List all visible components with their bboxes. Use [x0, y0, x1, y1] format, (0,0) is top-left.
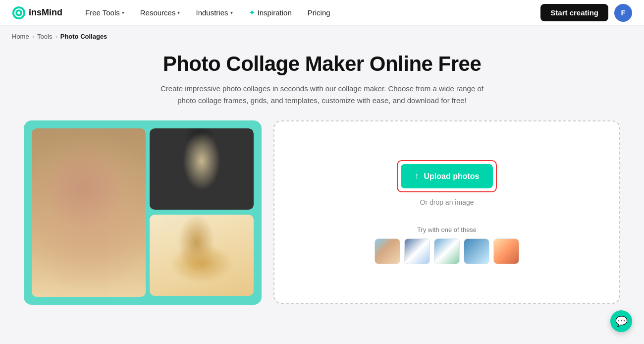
navbar-nav: Free Tools ▾ Resources ▾ Industries ▾ ✦ … [78, 5, 540, 20]
chevron-down-icon: ▾ [230, 10, 233, 15]
upload-section: ↑ Upload photos Or drop an image Try wit… [273, 120, 620, 304]
breadcrumb-sep-2: › [55, 33, 57, 40]
breadcrumb-home[interactable]: Home [12, 33, 29, 40]
bottle1-placeholder [150, 128, 254, 210]
chevron-down-icon: ▾ [177, 10, 180, 15]
breadcrumb-sep-1: › [32, 33, 34, 40]
preview-image-3 [150, 215, 254, 297]
nav-inspiration[interactable]: ✦ Inspiration [242, 5, 299, 20]
sample-thumb-4[interactable] [464, 238, 489, 264]
chevron-down-icon: ▾ [122, 10, 124, 15]
page-title: Photo Collage Maker Online Free [24, 52, 620, 76]
brand-logo[interactable]: insMind [12, 6, 62, 20]
nav-pricing[interactable]: Pricing [301, 5, 337, 20]
user-avatar[interactable]: F [614, 4, 632, 22]
sample-thumb-2[interactable] [404, 238, 430, 264]
start-creating-button[interactable]: Start creating [540, 4, 608, 21]
collage-preview [24, 120, 262, 305]
upload-button[interactable]: ↑ Upload photos [401, 164, 493, 188]
sample-thumb-3[interactable] [434, 238, 460, 264]
preview-image-2 [150, 128, 254, 211]
try-samples-label: Try with one of these [417, 226, 477, 233]
page-subtitle: Create impressive photo collages in seco… [154, 83, 490, 107]
sample-thumb-5[interactable] [493, 238, 519, 264]
navbar-right: Start creating F [540, 4, 632, 22]
bottle2-placeholder [150, 215, 254, 296]
collage-section: ↑ Upload photos Or drop an image Try wit… [24, 120, 620, 305]
nav-resources[interactable]: Resources ▾ [133, 5, 187, 20]
face-placeholder [32, 128, 146, 297]
breadcrumb-current: Photo Collages [60, 33, 107, 40]
breadcrumb-tools[interactable]: Tools [37, 33, 52, 40]
svg-point-2 [17, 11, 20, 14]
drop-text: Or drop an image [420, 198, 474, 206]
breadcrumb: Home › Tools › Photo Collages [0, 26, 644, 40]
navbar: insMind Free Tools ▾ Resources ▾ Industr… [0, 0, 644, 26]
sample-thumb-1[interactable] [375, 238, 400, 264]
nav-free-tools[interactable]: Free Tools ▾ [78, 5, 131, 20]
brand-name: insMind [29, 7, 62, 18]
preview-image-1 [32, 128, 146, 297]
upload-icon: ↑ [415, 171, 419, 181]
nav-industries[interactable]: Industries ▾ [189, 5, 239, 20]
chat-icon: 💬 [615, 315, 628, 327]
preview-right-column [150, 128, 254, 297]
upload-button-wrapper: ↑ Upload photos [397, 160, 497, 192]
hero-section: Photo Collage Maker Online Free Create i… [24, 52, 620, 107]
logo-icon [12, 6, 26, 20]
sample-thumbs [375, 238, 519, 264]
spark-icon: ✦ [249, 8, 255, 17]
main-content: Photo Collage Maker Online Free Create i… [0, 40, 644, 321]
chat-bubble[interactable]: 💬 [610, 310, 632, 332]
sample-images-section: Try with one of these [375, 226, 519, 264]
